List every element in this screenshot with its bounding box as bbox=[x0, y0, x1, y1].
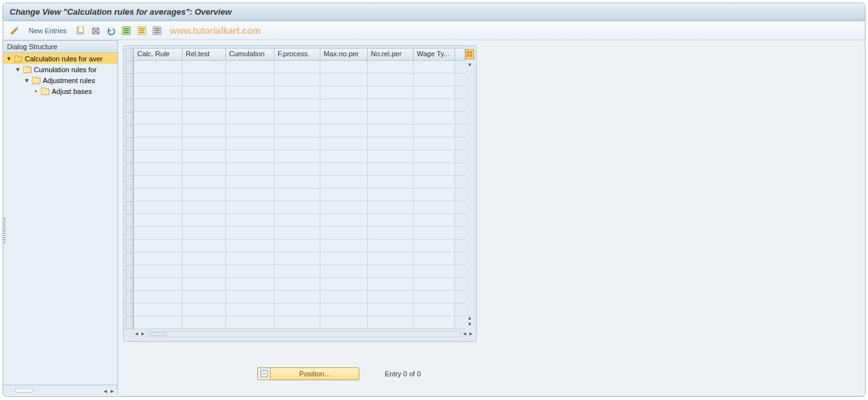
table-cell[interactable] bbox=[134, 125, 183, 137]
table-cell[interactable] bbox=[414, 86, 455, 98]
table-cell[interactable] bbox=[226, 61, 274, 73]
table-cell[interactable] bbox=[226, 201, 274, 213]
table-cell[interactable] bbox=[274, 176, 320, 188]
table-cell[interactable] bbox=[134, 291, 183, 303]
table-cell[interactable] bbox=[183, 125, 226, 137]
table-cell[interactable] bbox=[274, 227, 320, 239]
table-cell[interactable] bbox=[274, 73, 320, 86]
table-cell[interactable] bbox=[320, 227, 368, 239]
table-cell[interactable] bbox=[274, 265, 320, 277]
scroll-right-icon[interactable]: ► bbox=[110, 388, 115, 394]
scroll-down-icon[interactable]: ▼ bbox=[467, 62, 473, 68]
table-cell[interactable] bbox=[183, 86, 226, 98]
column-header[interactable]: Rel.test bbox=[183, 49, 226, 60]
table-cell[interactable] bbox=[134, 214, 183, 226]
hscroll-left-icon[interactable]: ◄ bbox=[133, 331, 140, 337]
table-cell[interactable] bbox=[134, 163, 183, 175]
table-cell[interactable] bbox=[414, 278, 455, 290]
table-cell[interactable] bbox=[226, 227, 274, 239]
collapse-icon[interactable]: ▼ bbox=[15, 66, 21, 73]
resize-handle[interactable] bbox=[3, 218, 6, 243]
table-cell[interactable] bbox=[414, 214, 455, 226]
table-cell[interactable] bbox=[134, 99, 183, 111]
position-button[interactable]: Position... bbox=[257, 367, 359, 380]
table-cell[interactable] bbox=[368, 291, 414, 303]
table-cell[interactable] bbox=[134, 227, 183, 239]
table-cell[interactable] bbox=[320, 125, 368, 137]
row-selector[interactable] bbox=[126, 252, 133, 265]
table-cell[interactable] bbox=[134, 316, 183, 328]
table-cell[interactable] bbox=[226, 86, 274, 98]
table-cell[interactable] bbox=[183, 99, 226, 111]
column-header[interactable]: No.rel.per bbox=[368, 49, 414, 60]
row-selector[interactable] bbox=[126, 265, 133, 278]
table-cell[interactable] bbox=[183, 112, 226, 124]
table-cell[interactable] bbox=[134, 150, 183, 162]
table-cell[interactable] bbox=[414, 291, 455, 303]
table-cell[interactable] bbox=[134, 73, 183, 86]
table-cell[interactable] bbox=[368, 176, 414, 188]
table-cell[interactable] bbox=[368, 137, 414, 150]
table-cell[interactable] bbox=[226, 73, 274, 86]
table-cell[interactable] bbox=[183, 291, 226, 303]
table-cell[interactable] bbox=[274, 214, 320, 226]
table-cell[interactable] bbox=[183, 316, 226, 328]
scroll-down-icon-bottom[interactable]: ▼ bbox=[467, 321, 473, 328]
table-cell[interactable] bbox=[274, 278, 320, 290]
table-cell[interactable] bbox=[368, 61, 414, 73]
table-cell[interactable] bbox=[368, 214, 414, 226]
hscroll-right2-icon[interactable]: ► bbox=[468, 331, 474, 337]
column-header[interactable]: Max.no.per bbox=[320, 49, 368, 60]
table-cell[interactable] bbox=[414, 137, 455, 150]
table-cell[interactable] bbox=[134, 86, 183, 98]
row-selector[interactable] bbox=[126, 99, 133, 112]
table-cell[interactable] bbox=[226, 150, 274, 162]
table-cell[interactable] bbox=[320, 163, 368, 175]
table-cell[interactable] bbox=[274, 86, 320, 98]
select-block-icon[interactable] bbox=[135, 24, 148, 37]
table-cell[interactable] bbox=[414, 316, 455, 328]
table-cell[interactable] bbox=[134, 252, 183, 265]
table-cell[interactable] bbox=[320, 304, 368, 316]
table-cell[interactable] bbox=[414, 125, 455, 137]
table-cell[interactable] bbox=[226, 304, 274, 316]
table-cell[interactable] bbox=[368, 240, 414, 252]
row-selector[interactable] bbox=[126, 291, 133, 304]
table-cell[interactable] bbox=[183, 73, 226, 86]
table-cell[interactable] bbox=[368, 150, 414, 162]
table-cell[interactable] bbox=[414, 265, 455, 277]
table-cell[interactable] bbox=[134, 240, 183, 252]
table-cell[interactable] bbox=[183, 201, 226, 213]
table-cell[interactable] bbox=[226, 214, 274, 226]
row-selector[interactable] bbox=[126, 73, 133, 86]
table-cell[interactable] bbox=[274, 137, 320, 150]
table-cell[interactable] bbox=[414, 150, 455, 162]
delete-icon[interactable] bbox=[89, 24, 102, 37]
table-cell[interactable] bbox=[414, 240, 455, 252]
table-cell[interactable] bbox=[320, 176, 368, 188]
table-cell[interactable] bbox=[226, 163, 274, 175]
table-cell[interactable] bbox=[183, 278, 226, 290]
table-cell[interactable] bbox=[183, 188, 226, 201]
table-cell[interactable] bbox=[274, 201, 320, 213]
table-cell[interactable] bbox=[134, 201, 183, 213]
row-selector[interactable] bbox=[126, 176, 133, 188]
table-cell[interactable] bbox=[134, 278, 183, 290]
table-cell[interactable] bbox=[274, 125, 320, 137]
table-cell[interactable] bbox=[320, 201, 368, 213]
tree-node[interactable]: ▼Cumulation rules for bbox=[3, 64, 117, 75]
column-header[interactable]: Wage Ty... bbox=[414, 49, 455, 60]
table-cell[interactable] bbox=[183, 265, 226, 277]
table-cell[interactable] bbox=[134, 188, 183, 201]
table-cell[interactable] bbox=[183, 137, 226, 150]
table-cell[interactable] bbox=[320, 316, 368, 328]
table-cell[interactable] bbox=[368, 163, 414, 175]
table-cell[interactable] bbox=[274, 163, 320, 175]
table-cell[interactable] bbox=[320, 291, 368, 303]
horizontal-scrollbar[interactable]: ◄ ► ◄ ► bbox=[133, 329, 474, 339]
row-selector[interactable] bbox=[126, 163, 133, 176]
vertical-scrollbar[interactable]: ▼ ▲ ▼ bbox=[465, 48, 474, 329]
row-selector[interactable] bbox=[126, 240, 133, 252]
hscroll-track[interactable] bbox=[147, 331, 460, 337]
table-cell[interactable] bbox=[226, 176, 274, 188]
